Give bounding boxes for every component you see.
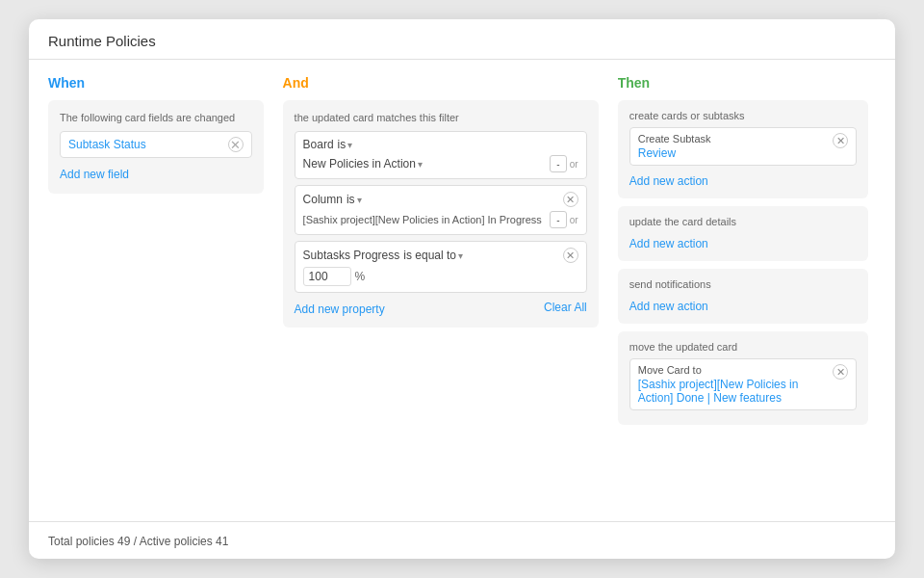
percent-label: % bbox=[355, 270, 366, 283]
board-value-dropdown[interactable]: New Policies in Action bbox=[303, 157, 423, 171]
and-column: And the updated card matches this filter… bbox=[283, 75, 599, 506]
notify-section-title: send notifications bbox=[629, 278, 857, 290]
and-panel-title: the updated card matches this filter bbox=[295, 112, 587, 123]
move-card-value[interactable]: [Sashix project][New Policies in Action]… bbox=[638, 378, 833, 405]
create-add-link[interactable]: Add new action bbox=[629, 174, 708, 188]
footer-text: Total policies 49 / Active policies 41 bbox=[48, 535, 228, 548]
main-window: Runtime Policies When The following card… bbox=[29, 19, 895, 559]
clear-all-link[interactable]: Clear All bbox=[544, 301, 587, 314]
board-minus-btn[interactable]: - bbox=[550, 155, 567, 172]
progress-value-input[interactable] bbox=[303, 267, 351, 286]
create-subtask-label: Create Subtask bbox=[638, 133, 833, 144]
notify-add-link[interactable]: Add new action bbox=[629, 300, 708, 313]
progress-value-row: % bbox=[303, 267, 578, 286]
add-new-field-link[interactable]: Add new field bbox=[60, 168, 129, 181]
move-card-action: Move Card to [Sashix project][New Polici… bbox=[629, 358, 857, 410]
column-minus-btn[interactable]: - bbox=[550, 211, 567, 228]
column-label: Column bbox=[303, 193, 343, 206]
board-operator-dropdown[interactable]: is bbox=[338, 138, 353, 151]
board-filter-row: Board is bbox=[303, 138, 578, 151]
move-section: move the updated card Move Card to [Sash… bbox=[618, 331, 868, 425]
add-new-property-link[interactable]: Add new property bbox=[295, 302, 385, 316]
remove-subtask-status[interactable]: ✕ bbox=[228, 137, 244, 152]
remove-move-action[interactable]: ✕ bbox=[833, 364, 848, 380]
create-section: create cards or subtasks Create Subtask … bbox=[618, 100, 868, 198]
columns-container: When The following card fields are chang… bbox=[48, 75, 876, 506]
board-value-row: New Policies in Action - or bbox=[303, 155, 578, 172]
column-filter: Column is ✕ [Sashix project][New Policie… bbox=[295, 185, 587, 235]
and-panel: the updated card matches this filter Boa… bbox=[283, 100, 599, 328]
move-card-content: Move Card to [Sashix project][New Polici… bbox=[638, 364, 833, 405]
column-filter-row1: Column is ✕ bbox=[303, 192, 578, 207]
progress-filter-row1: Subtasks Progress is equal to ✕ bbox=[303, 248, 578, 263]
footer: Total policies 49 / Active policies 41 bbox=[29, 521, 895, 559]
subtask-status-tag: Subtask Status ✕ bbox=[60, 131, 252, 158]
content-area: When The following card fields are chang… bbox=[29, 60, 895, 521]
progress-label: Subtasks Progress bbox=[303, 249, 400, 262]
update-section-title: update the card details bbox=[629, 216, 857, 227]
remove-column-filter[interactable]: ✕ bbox=[563, 192, 578, 207]
subtask-status-label[interactable]: Subtask Status bbox=[68, 138, 146, 151]
page-title: Runtime Policies bbox=[48, 33, 876, 49]
when-panel: The following card fields are changed Su… bbox=[48, 100, 264, 194]
board-filter: Board is New Policies in Action - or bbox=[295, 131, 587, 179]
then-header: Then bbox=[618, 75, 876, 91]
when-column: When The following card fields are chang… bbox=[48, 75, 264, 506]
remove-create-action[interactable]: ✕ bbox=[833, 133, 848, 148]
and-bottom-actions: Add new property Clear All bbox=[295, 299, 587, 316]
notify-section: send notifications Add new action bbox=[618, 269, 868, 324]
remove-progress-filter[interactable]: ✕ bbox=[563, 248, 578, 263]
progress-filter: Subtasks Progress is equal to ✕ % bbox=[295, 241, 587, 293]
board-label: Board bbox=[303, 138, 334, 151]
create-subtask-content: Create Subtask Review bbox=[638, 133, 833, 160]
create-section-title: create cards or subtasks bbox=[629, 110, 857, 121]
when-header: When bbox=[48, 75, 264, 91]
progress-operator-dropdown[interactable]: is equal to bbox=[403, 249, 463, 262]
when-panel-title: The following card fields are changed bbox=[60, 112, 252, 123]
column-value-row: [Sashix project][New Policies in Action]… bbox=[303, 211, 578, 228]
column-or-label: or bbox=[570, 215, 578, 225]
move-card-label: Move Card to bbox=[638, 364, 833, 376]
then-inner: create cards or subtasks Create Subtask … bbox=[618, 100, 876, 506]
column-filter-value: [Sashix project][New Policies in Action]… bbox=[303, 214, 542, 225]
create-subtask-action: Create Subtask Review ✕ bbox=[629, 127, 857, 166]
title-bar: Runtime Policies bbox=[29, 19, 895, 60]
then-wrapper: Then create cards or subtasks Create Sub… bbox=[618, 75, 876, 506]
and-header: And bbox=[283, 75, 599, 91]
board-or-label: or bbox=[570, 159, 578, 170]
update-section: update the card details Add new action bbox=[618, 206, 868, 261]
move-section-title: move the updated card bbox=[629, 341, 857, 353]
column-operator-dropdown[interactable]: is bbox=[346, 193, 362, 206]
create-subtask-value[interactable]: Review bbox=[638, 146, 833, 160]
update-add-link[interactable]: Add new action bbox=[629, 237, 708, 250]
